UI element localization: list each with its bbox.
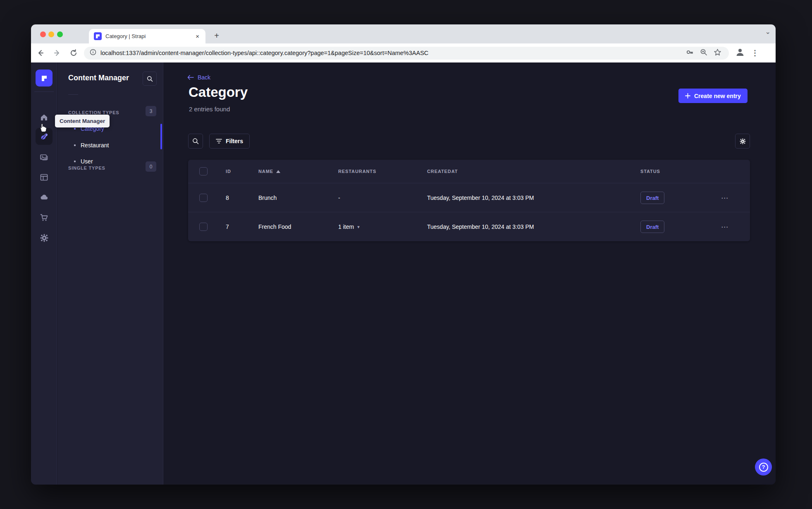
tab-title: Category | Strapi	[105, 33, 191, 39]
row-actions-button[interactable]: ⋯	[719, 212, 731, 241]
bullet-icon	[74, 144, 76, 146]
browser-tab[interactable]: Category | Strapi ×	[89, 29, 205, 43]
cell-name: Brunch	[258, 183, 277, 212]
chevron-down-icon[interactable]: ▾	[357, 224, 360, 230]
gear-icon	[739, 138, 746, 145]
cell-status: Draft	[640, 183, 664, 212]
url-bar[interactable]: localhost:1337/admin/content-manager/col…	[84, 47, 729, 60]
table-header-row: ID NAME RESTAURANTS CREATEDAT STATUS	[188, 160, 750, 183]
zoom-window-button[interactable]	[57, 31, 63, 37]
subnav-item-label: User	[81, 158, 93, 165]
forward-icon[interactable]	[50, 46, 64, 60]
back-link[interactable]: Back	[187, 74, 210, 81]
subnav-title: Content Manager	[68, 74, 129, 82]
info-icon[interactable]	[90, 49, 96, 57]
single-types-label: SINGLE TYPES	[68, 166, 105, 170]
entries-count: 2 entries found	[189, 106, 230, 113]
column-header-status[interactable]: STATUS	[640, 169, 660, 174]
zoom-icon[interactable]	[700, 48, 707, 58]
column-header-createdat[interactable]: CREATEDAT	[427, 169, 458, 174]
plus-icon	[685, 93, 690, 98]
close-tab-icon[interactable]: ×	[194, 33, 201, 40]
search-button[interactable]	[188, 134, 203, 149]
cell-restaurants: -	[338, 183, 340, 212]
sidebar-item-cloud[interactable]	[36, 189, 53, 206]
cell-id: 8	[226, 183, 229, 212]
browser-window: Category | Strapi × + ⌄ localhost:1337/a…	[31, 24, 776, 485]
table-row[interactable]: 8 Brunch - Tuesday, September 10, 2024 a…	[188, 183, 750, 212]
collection-types-count-badge: 3	[146, 106, 156, 116]
content-manager-tooltip: Content Manager	[55, 115, 110, 127]
single-types-count-badge: 0	[146, 161, 156, 172]
cell-id: 7	[226, 212, 229, 241]
new-tab-button[interactable]: +	[210, 29, 223, 42]
profile-icon[interactable]	[735, 47, 745, 59]
row-actions-button[interactable]: ⋯	[719, 183, 731, 212]
row-checkbox[interactable]	[199, 194, 208, 202]
back-arrow-icon	[187, 75, 194, 80]
filter-icon	[216, 139, 222, 144]
select-all-checkbox[interactable]	[199, 167, 208, 175]
cell-name: French Food	[258, 212, 291, 241]
reload-icon[interactable]	[67, 46, 81, 60]
bookmark-star-icon[interactable]	[714, 48, 721, 58]
page-title: Category	[189, 84, 248, 100]
subnav-scrollbar[interactable]	[160, 124, 162, 149]
status-badge: Draft	[640, 221, 664, 233]
search-icon	[192, 138, 199, 144]
sidebar-item-settings[interactable]	[36, 229, 53, 246]
back-label: Back	[198, 74, 210, 81]
help-icon: ?	[759, 463, 768, 472]
password-key-icon[interactable]	[685, 48, 694, 58]
cell-status: Draft	[640, 212, 664, 241]
cell-restaurants[interactable]: 1 item ▾	[338, 212, 360, 241]
strapi-favicon-icon	[94, 32, 102, 40]
close-window-button[interactable]	[40, 31, 46, 37]
url-text[interactable]: localhost:1337/admin/content-manager/col…	[100, 50, 681, 56]
table-row[interactable]: 7 French Food 1 item ▾ Tuesday, Septembe…	[188, 212, 750, 241]
menu-dots-icon[interactable]: ⋮	[751, 48, 759, 58]
subnav-divider	[68, 94, 78, 95]
filters-label: Filters	[226, 138, 243, 144]
column-header-restaurants[interactable]: RESTAURANTS	[338, 169, 376, 174]
strapi-app: KD Content Manager COLLECTION TYPES 3 Ca…	[31, 62, 776, 485]
cell-createdat: Tuesday, September 10, 2024 at 3:03 PM	[427, 212, 534, 241]
status-badge: Draft	[640, 192, 664, 204]
cell-createdat: Tuesday, September 10, 2024 at 3:03 PM	[427, 183, 534, 212]
subnav-item-restaurant[interactable]: Restaurant	[57, 138, 163, 153]
browser-tab-bar: Category | Strapi × + ⌄	[31, 24, 776, 43]
subnav-search-button[interactable]	[143, 72, 157, 86]
row-checkbox[interactable]	[199, 223, 208, 231]
create-new-entry-button[interactable]: Create new entry	[678, 89, 748, 103]
bullet-icon	[74, 161, 76, 162]
create-new-entry-label: Create new entry	[694, 93, 741, 99]
column-header-name[interactable]: NAME	[258, 169, 280, 174]
sidebar-item-media-library[interactable]	[36, 149, 53, 166]
tab-overflow-chevron-icon[interactable]: ⌄	[765, 28, 771, 36]
subnav-item-label: Restaurant	[81, 142, 109, 149]
filters-button[interactable]: Filters	[209, 134, 250, 149]
strapi-logo-icon[interactable]	[36, 70, 53, 86]
sidebar-item-content-type-builder[interactable]	[36, 169, 53, 186]
main-content: Back Category 2 entries found Create new…	[164, 62, 776, 485]
help-button[interactable]: ?	[755, 459, 772, 475]
minimize-window-button[interactable]	[48, 31, 54, 37]
view-settings-button[interactable]	[735, 134, 750, 149]
bullet-icon	[74, 128, 76, 130]
back-icon[interactable]	[33, 46, 48, 60]
rail-divider	[34, 91, 54, 92]
sort-asc-icon	[276, 170, 280, 173]
sidebar-item-marketplace[interactable]	[36, 209, 53, 226]
entries-table: ID NAME RESTAURANTS CREATEDAT STATUS 8 B…	[188, 160, 750, 241]
browser-toolbar: localhost:1337/admin/content-manager/col…	[31, 43, 776, 62]
cursor-pointer-icon	[38, 122, 48, 134]
column-header-id[interactable]: ID	[226, 169, 231, 174]
